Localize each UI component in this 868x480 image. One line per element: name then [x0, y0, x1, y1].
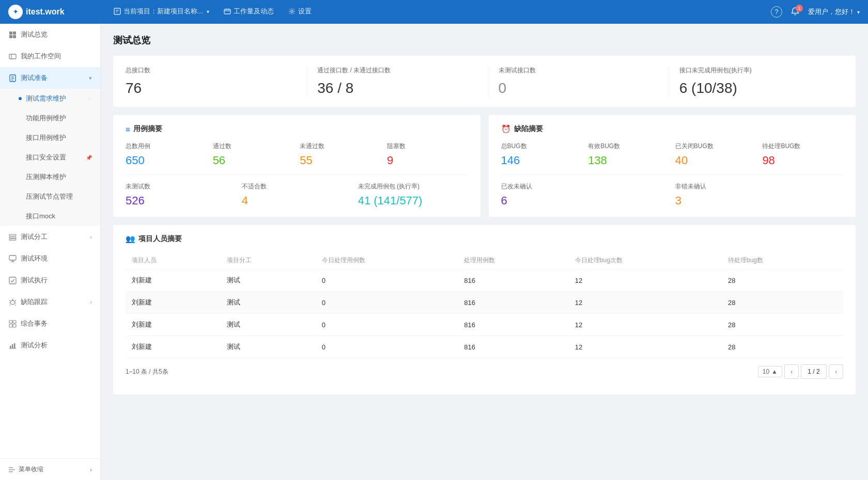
prev-page-button[interactable]: ‹	[784, 364, 799, 379]
user-label-text: 爱用户，您好！	[808, 7, 855, 17]
nav-settings[interactable]: 设置	[281, 0, 319, 24]
metric-closed-bugs-value: 40	[675, 154, 756, 167]
sidebar-item-overview[interactable]: 测试总览	[0, 24, 100, 45]
cell-pending-bugs[interactable]: 28	[722, 292, 843, 314]
cell-total-cases: 816	[458, 269, 568, 292]
stat-untested: 未测试接口数 0	[488, 66, 662, 97]
svg-rect-10	[9, 35, 12, 38]
stat-total-apis: 总接口数 76	[126, 66, 300, 97]
sidebar-label-workspace: 我的工作空间	[21, 52, 61, 61]
sidebar-item-test-env[interactable]: 测试环境	[0, 248, 100, 269]
settings-icon	[288, 8, 296, 15]
svg-rect-35	[9, 324, 12, 327]
use-case-title-text: 用例摘要	[133, 124, 162, 134]
metric-unsuitable-cases: 不适合数 4	[242, 182, 352, 207]
logo[interactable]: ✦ itest.work	[8, 5, 96, 19]
nav-project[interactable]: 当前项目：新建项目名称... ▾	[106, 0, 216, 24]
metric-incomplete-cases-value: 41 (141/577)	[358, 194, 468, 207]
test-req-star[interactable]: ☆	[87, 96, 92, 102]
metric-closed-bugs: 已关闭BUG数 40	[675, 142, 756, 167]
sidebar-label-bug-track: 缺陷跟踪	[21, 297, 48, 307]
api-security-pin[interactable]: 📌	[86, 155, 92, 161]
next-page-button[interactable]: ›	[829, 364, 843, 379]
pagination-bar: 1–10 条 / 共5条 10 ▲ ‹ 1 / 2 ›	[126, 358, 843, 385]
user-menu[interactable]: 爱用户，您好！ ▾	[808, 7, 860, 17]
test-analysis-icon	[8, 341, 17, 349]
func-case-dot	[19, 117, 22, 120]
test-req-dot	[19, 97, 22, 100]
sidebar-item-api-case[interactable]: 接口用例维护	[0, 128, 100, 148]
metric-nonerror-unconfirmed: 非错未确认 3	[675, 182, 843, 207]
svg-rect-12	[9, 54, 16, 59]
metric-total-bugs-value: 146	[501, 154, 582, 167]
cell-today-bugs: 12	[569, 336, 722, 358]
cell-pending-bugs[interactable]: 28	[722, 314, 843, 336]
page-size-chevron: ▲	[771, 368, 778, 375]
sidebar-item-stress-script[interactable]: 压测脚本维护	[0, 167, 100, 187]
metric-fail-cases-value: 55	[300, 154, 381, 167]
sidebar-item-test-req[interactable]: 测试需求维护 ☆	[0, 89, 100, 108]
svg-rect-40	[14, 343, 16, 348]
collapse-arrow: ›	[90, 467, 92, 473]
col-today-bugs: 今日处理bug次数	[569, 252, 722, 269]
stat-untested-label: 未测试接口数	[499, 66, 662, 75]
notification-bell[interactable]: 1	[791, 7, 800, 18]
sidebar-label-func-case: 功能用例维护	[26, 114, 66, 123]
test-prep-icon	[8, 74, 17, 82]
cell-pending-bugs[interactable]: 28	[722, 336, 843, 358]
sidebar-item-bug-track[interactable]: 缺陷跟踪 ›	[0, 291, 100, 313]
test-env-icon	[8, 254, 17, 263]
workspace-icon	[8, 52, 17, 60]
metric-untested-cases: 未测试数 526	[126, 182, 236, 207]
metric-pending-bugs-value: 98	[762, 154, 843, 167]
sidebar-item-test-division[interactable]: 测试分工 ›	[0, 226, 100, 248]
members-table: 项目人员 项目分工 今日处理用例数 处理用例数 今日处理bug次数 待处理bug…	[126, 252, 843, 358]
sidebar-label-stress-node: 压测试节点管理	[26, 192, 73, 201]
members-icon: 👥	[126, 234, 135, 244]
sidebar-collapse-button[interactable]: 菜单收缩 ›	[0, 459, 100, 480]
sidebar-item-api-mock[interactable]: 接口mock	[0, 206, 100, 226]
logo-icon: ✦	[8, 5, 23, 19]
nav-workload[interactable]: 工作量及动态	[216, 0, 281, 24]
metric-block-cases-value: 9	[387, 154, 468, 167]
sidebar-item-test-analysis[interactable]: 测试分析	[0, 334, 100, 356]
api-case-dot	[19, 136, 22, 139]
svg-point-25	[10, 300, 14, 305]
collapse-icon	[8, 466, 16, 473]
cell-pending-bugs[interactable]: 28	[722, 269, 843, 292]
metric-incomplete-cases-label: 未完成用例包 (执行率)	[358, 182, 468, 191]
metric-valid-bugs: 有效BUG数 138	[588, 142, 669, 167]
sidebar-item-stress-node[interactable]: 压测试节点管理	[0, 187, 100, 206]
col-role: 项目分工	[221, 252, 316, 269]
svg-line-27	[9, 300, 10, 301]
cell-member-name: 刘新建	[126, 336, 221, 358]
metric-total-bugs-label: 总BUG数	[501, 142, 582, 151]
page-size-selector[interactable]: 10 ▲	[758, 366, 782, 377]
defect-icon: ⏰	[501, 124, 511, 134]
metric-fail-cases: 未通过数 55	[300, 142, 381, 167]
sidebar-item-test-exec[interactable]: 测试执行	[0, 269, 100, 291]
sidebar-item-workspace[interactable]: 我的工作空间	[0, 45, 100, 67]
metric-total-cases-label: 总数用例	[126, 142, 207, 151]
defect-metrics-row1: 总BUG数 146 有效BUG数 138 已关闭BUG数 40 待处理BUG数 …	[501, 142, 844, 167]
sidebar-item-general-affairs[interactable]: 综合事务	[0, 313, 100, 334]
sidebar-item-func-case[interactable]: 功能用例维护	[0, 108, 100, 128]
cell-today-bugs: 12	[569, 314, 722, 336]
use-case-metrics-row2: 未测试数 526 不适合数 4 未完成用例包 (执行率) 41 (141/577…	[126, 174, 468, 207]
topnav-right: ? 1 爱用户，您好！ ▾	[771, 6, 860, 18]
sidebar-item-api-security[interactable]: 接口安全设置 📌	[0, 148, 100, 167]
metric-fail-cases-label: 未通过数	[300, 142, 381, 151]
members-panel-title: 👥 项目人员摘要	[126, 234, 843, 244]
metric-fixed-unconfirmed-label: 已改未确认	[501, 182, 669, 191]
stat-incomplete: 接口未完成用例包(执行率) 6 (10/38)	[669, 66, 843, 97]
cell-today-bugs: 12	[569, 269, 722, 292]
metric-pass-cases: 通过数 56	[213, 142, 294, 167]
help-button[interactable]: ?	[771, 6, 782, 18]
stats-row: 总接口数 76 通过接口数 / 未通过接口数 36 / 8 未测试接口数 0 接…	[113, 56, 856, 107]
svg-rect-39	[12, 344, 13, 348]
metric-total-bugs: 总BUG数 146	[501, 142, 582, 167]
user-chevron: ▾	[857, 9, 860, 15]
stat-total-apis-value: 76	[126, 80, 300, 97]
sidebar-item-test-prep[interactable]: 测试准备 ▾	[0, 67, 100, 89]
svg-rect-9	[13, 31, 16, 35]
